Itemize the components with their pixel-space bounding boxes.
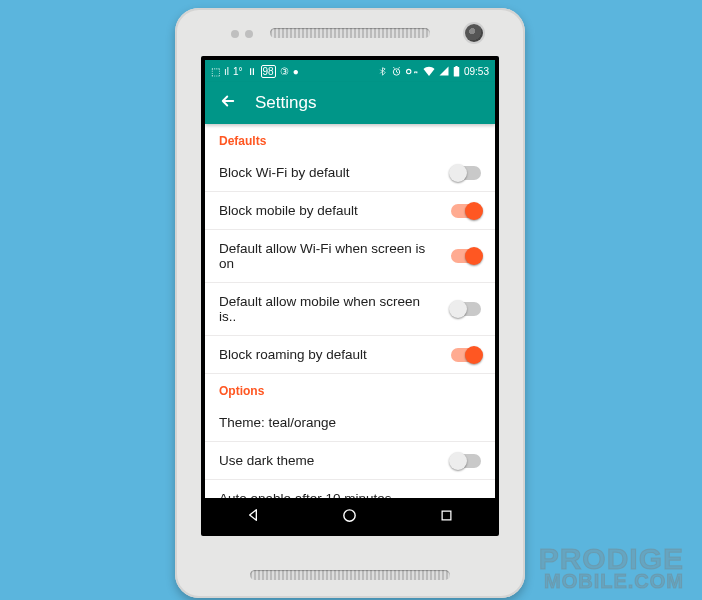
screen: ⬚ ıl 1° ⏸ 98 ③ ● 09:53 (205, 60, 495, 532)
wifi-icon (423, 66, 435, 76)
row-auto-enable[interactable]: Auto enable after 10 minutes After disab… (205, 480, 495, 498)
row-label: Block roaming by default (219, 347, 451, 362)
toggle-block-mobile[interactable] (451, 204, 481, 218)
toggle-dark-theme[interactable] (451, 454, 481, 468)
row-label: Default allow Wi-Fi when screen is on (219, 241, 451, 271)
status-icon: ⬚ (211, 66, 220, 77)
svg-rect-3 (455, 66, 457, 67)
section-header-defaults: Defaults (205, 124, 495, 154)
nav-bar (205, 498, 495, 532)
status-badge: 98 (261, 65, 276, 78)
phone-bottom (175, 536, 525, 598)
dot-icon: ● (293, 66, 299, 77)
row-block-wifi[interactable]: Block Wi-Fi by default (205, 154, 495, 192)
cell-icon (439, 66, 449, 76)
watermark: PRODIGE MOBILE.COM (539, 545, 684, 590)
toggle-allow-wifi-screen[interactable] (451, 249, 481, 263)
alarm-icon (391, 66, 402, 77)
svg-point-1 (407, 69, 411, 73)
nav-back-button[interactable] (233, 507, 273, 523)
status-right: 09:53 (378, 66, 489, 77)
row-label: Default allow mobile when screen is.. (219, 294, 451, 324)
row-allow-mobile-screen[interactable]: Default allow mobile when screen is.. (205, 283, 495, 336)
row-label: Auto enable after 10 minutes (219, 491, 471, 498)
row-label: Theme: teal/orange (219, 415, 481, 430)
toggle-allow-mobile-screen[interactable] (451, 302, 481, 316)
row-label: Block Wi-Fi by default (219, 165, 451, 180)
settings-list[interactable]: Defaults Block Wi-Fi by default Block mo… (205, 124, 495, 498)
row-label: Use dark theme (219, 453, 451, 468)
key-icon (406, 67, 419, 76)
page-title: Settings (255, 93, 316, 113)
app-bar: Settings (205, 82, 495, 124)
row-allow-wifi-screen[interactable]: Default allow Wi-Fi when screen is on (205, 230, 495, 283)
status-badge: ③ (280, 66, 289, 77)
section-header-options: Options (205, 374, 495, 404)
phone-frame: ⬚ ıl 1° ⏸ 98 ③ ● 09:53 (175, 8, 525, 598)
back-arrow-icon[interactable] (219, 92, 237, 114)
bluetooth-icon (378, 66, 387, 77)
toggle-block-roaming[interactable] (451, 348, 481, 362)
battery-icon (453, 66, 460, 77)
clock-text: 09:53 (464, 66, 489, 77)
row-block-roaming[interactable]: Block roaming by default (205, 336, 495, 374)
status-text: 1° (233, 66, 243, 77)
phone-top (175, 8, 525, 56)
row-theme[interactable]: Theme: teal/orange (205, 404, 495, 442)
pause-icon: ⏸ (247, 66, 257, 77)
svg-rect-5 (442, 511, 451, 520)
screen-bezel: ⬚ ıl 1° ⏸ 98 ③ ● 09:53 (201, 56, 499, 536)
toggle-block-wifi[interactable] (451, 166, 481, 180)
row-label: Block mobile by default (219, 203, 451, 218)
status-left: ⬚ ıl 1° ⏸ 98 ③ ● (211, 65, 299, 78)
row-block-mobile[interactable]: Block mobile by default (205, 192, 495, 230)
svg-point-4 (344, 509, 355, 520)
status-bar: ⬚ ıl 1° ⏸ 98 ③ ● 09:53 (205, 60, 495, 82)
row-dark-theme[interactable]: Use dark theme (205, 442, 495, 480)
nav-recent-button[interactable] (427, 508, 467, 523)
nav-home-button[interactable] (330, 507, 370, 524)
signal-icon: ıl (224, 66, 229, 77)
svg-rect-2 (454, 67, 460, 76)
